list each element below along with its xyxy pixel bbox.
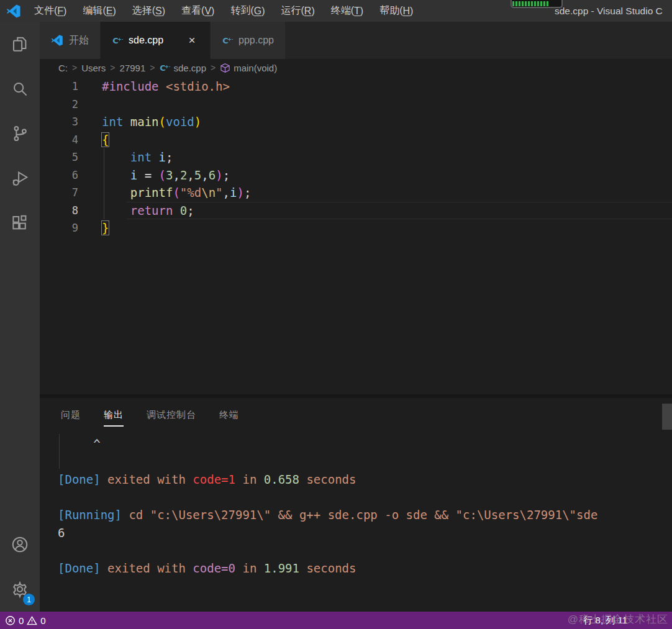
- line-number: 7: [40, 184, 87, 202]
- vscode-window: 文件(F)编辑(E)选择(S)查看(V)转到(G)运行(R)终端(T)帮助(H)…: [0, 0, 672, 629]
- breadcrumb-separator: >: [150, 63, 155, 73]
- panel-tab-3[interactable]: 终端: [219, 409, 239, 421]
- breadcrumb-separator: >: [211, 63, 216, 73]
- source-control-icon[interactable]: [0, 111, 40, 156]
- line-number: 6: [40, 166, 87, 184]
- menu-bar: 文件(F)编辑(E)选择(S)查看(V)转到(G)运行(R)终端(T)帮助(H): [26, 0, 421, 22]
- output-indent-guide: [59, 434, 60, 469]
- code-text: #include <stdio.h>: [102, 78, 230, 96]
- line-number: 8: [40, 202, 87, 220]
- extensions-icon[interactable]: [0, 201, 40, 245]
- breadcrumb-item-4[interactable]: main(void): [220, 63, 277, 73]
- tab-label: 开始: [69, 34, 89, 47]
- menu-item-6[interactable]: 终端(T): [323, 0, 371, 22]
- settings-badge: 1: [23, 594, 35, 605]
- symbol-method-icon: [220, 63, 230, 73]
- menu-item-2[interactable]: 选择(S): [124, 0, 173, 22]
- panel-tab-0[interactable]: 问题: [61, 409, 81, 421]
- problems-status[interactable]: 0 0: [0, 612, 51, 629]
- menu-item-7[interactable]: 帮助(H): [371, 0, 421, 22]
- svg-text:++: ++: [165, 64, 171, 70]
- line-number: 9: [40, 219, 87, 237]
- breadcrumb: C:>Users>27991>C++sde.cpp>main(void): [40, 59, 672, 76]
- settings-gear-icon[interactable]: 1: [0, 567, 40, 612]
- line-number: 5: [40, 148, 87, 166]
- line-number: 4: [40, 131, 87, 149]
- panel-tab-1[interactable]: 输出: [104, 409, 124, 421]
- output-line-5: 6: [58, 524, 672, 542]
- svg-text:++: ++: [227, 37, 233, 42]
- warning-count: 0: [40, 615, 45, 626]
- tab-ppp[interactable]: C++ppp.cpp: [211, 22, 286, 59]
- tab-label: sde.cpp: [129, 35, 163, 46]
- code-text: }: [102, 219, 109, 237]
- menu-item-1[interactable]: 编辑(E): [75, 0, 124, 22]
- activity-bar: 1: [0, 22, 40, 612]
- code-text: {: [102, 131, 109, 149]
- breadcrumb-item-0[interactable]: C:: [58, 63, 68, 73]
- code-text: int main(void): [102, 113, 201, 131]
- code-text: i = (3,2,5,6);: [102, 166, 230, 184]
- output-line-3: [58, 489, 672, 507]
- breadcrumb-item-2[interactable]: 27991: [120, 63, 146, 73]
- panel-scrollbar[interactable]: [662, 404, 672, 430]
- battery-overlay-icon: [511, 0, 563, 8]
- code-text: return 0;: [102, 202, 194, 220]
- code-editor[interactable]: 1#include <stdio.h>23int main(void)4{5 i…: [40, 76, 672, 394]
- tab-bar: 开始C++sde.cpp×C++ppp.cpp: [40, 22, 672, 59]
- breadcrumb-separator: >: [110, 63, 115, 73]
- search-icon[interactable]: [0, 66, 40, 111]
- output-line-0: ^: [58, 435, 672, 453]
- code-line-5[interactable]: 5 int i;: [40, 148, 672, 166]
- output-line-7: [Done] exited with code=0 in 1.991 secon…: [58, 559, 672, 577]
- breadcrumb-item-3[interactable]: C++sde.cpp: [159, 62, 206, 73]
- breadcrumb-item-1[interactable]: Users: [81, 63, 106, 73]
- window-title: sde.cpp - Visual Studio C: [555, 0, 663, 22]
- code-text: printf("%d\n",i);: [102, 184, 251, 202]
- warning-icon: [27, 615, 37, 626]
- svg-text:++: ++: [117, 37, 123, 42]
- run-and-debug-icon[interactable]: [0, 156, 40, 201]
- output-line-1: [58, 453, 672, 471]
- status-bar: 0 0 行 8, 列 11: [0, 612, 672, 629]
- cursor-position-status[interactable]: 行 8, 列 11: [578, 612, 632, 629]
- cpp-file-icon: C++: [112, 35, 123, 46]
- panel-tab-bar: 问题输出调试控制台终端: [40, 398, 672, 432]
- menu-item-4[interactable]: 转到(G): [222, 0, 273, 22]
- tab-start[interactable]: 开始: [40, 22, 101, 59]
- menu-item-5[interactable]: 运行(R): [273, 0, 323, 22]
- cpp-file-icon: C++: [222, 35, 233, 46]
- output-line-2: [Done] exited with code=1 in 0.658 secon…: [58, 471, 672, 489]
- code-line-9[interactable]: 9}: [40, 219, 672, 237]
- tab-label: ppp.cpp: [238, 35, 274, 46]
- error-icon: [5, 615, 16, 626]
- close-tab-icon[interactable]: ×: [185, 34, 199, 47]
- output-line-4: [Running] cd "c:\Users\27991\" && g++ sd…: [58, 506, 672, 524]
- account-icon[interactable]: [0, 522, 40, 567]
- bottom-panel: 问题输出调试控制台终端 ^[Done] exited with code=1 i…: [40, 398, 672, 612]
- breadcrumb-separator: >: [72, 63, 77, 73]
- line-number: 2: [40, 96, 87, 114]
- code-line-7[interactable]: 7 printf("%d\n",i);: [40, 184, 672, 202]
- vscode-logo-icon: [51, 34, 63, 47]
- explorer-icon[interactable]: [0, 22, 40, 66]
- output-line-6: [58, 541, 672, 559]
- menu-item-0[interactable]: 文件(F): [26, 0, 75, 22]
- menu-item-3[interactable]: 查看(V): [173, 0, 222, 22]
- vscode-logo-icon: [6, 4, 21, 19]
- code-line-8[interactable]: 8 return 0;: [40, 202, 672, 220]
- error-count: 0: [19, 615, 24, 626]
- code-line-4[interactable]: 4{: [40, 131, 672, 149]
- line-number: 3: [40, 113, 87, 131]
- tab-sde[interactable]: C++sde.cpp×: [101, 22, 211, 59]
- code-text: int i;: [102, 148, 173, 166]
- code-line-1[interactable]: 1#include <stdio.h>: [40, 78, 672, 96]
- output-console[interactable]: ^[Done] exited with code=1 in 0.658 seco…: [40, 432, 672, 612]
- title-bar: 文件(F)编辑(E)选择(S)查看(V)转到(G)运行(R)终端(T)帮助(H)…: [0, 0, 672, 22]
- cpp-icon: C++: [159, 62, 170, 73]
- panel-tab-2[interactable]: 调试控制台: [147, 409, 196, 421]
- code-line-3[interactable]: 3int main(void): [40, 113, 672, 131]
- code-line-6[interactable]: 6 i = (3,2,5,6);: [40, 166, 672, 184]
- code-line-2[interactable]: 2: [40, 96, 672, 114]
- line-number: 1: [40, 78, 87, 96]
